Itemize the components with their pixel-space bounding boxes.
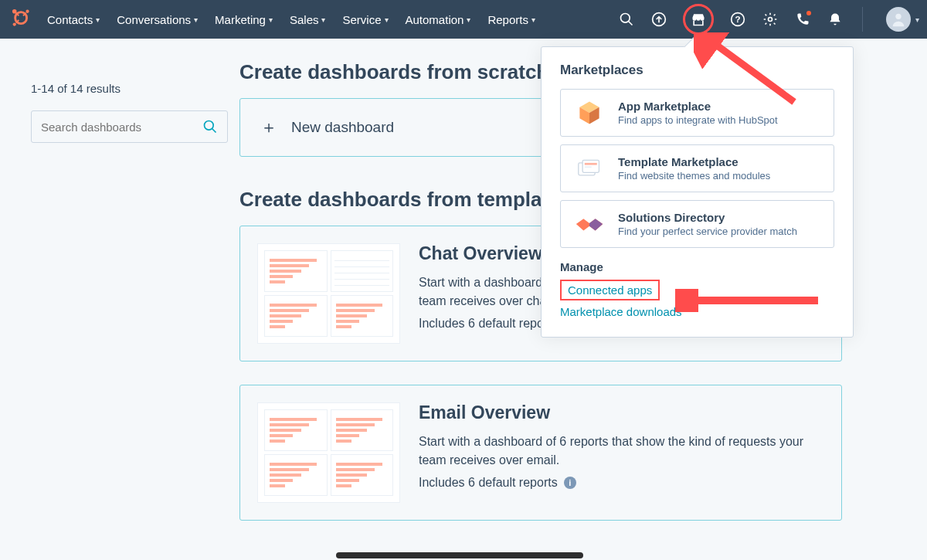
- dropdown-card-title: Solutions Directory: [618, 211, 797, 224]
- nav-item-automation[interactable]: Automation▾: [406, 13, 471, 26]
- plus-icon: ＋: [260, 116, 277, 139]
- svg-rect-22: [585, 166, 592, 168]
- svg-point-14: [205, 121, 214, 131]
- template-meta: Includes 6 default reports i: [419, 476, 824, 490]
- chevron-down-icon: ▾: [385, 15, 389, 24]
- dropdown-heading: Marketplaces: [560, 63, 834, 78]
- sidebar: 1-14 of 14 results: [15, 60, 239, 544]
- template-thumbnail: [257, 243, 400, 344]
- nav-item-contacts[interactable]: Contacts▾: [47, 13, 100, 26]
- template-meta-text: Includes 6 default reports: [419, 317, 558, 331]
- svg-point-2: [25, 10, 29, 13]
- template-meta-text: Includes 6 default reports: [419, 476, 558, 490]
- top-navbar: Contacts▾ Conversations▾ Marketing▾ Sale…: [0, 0, 927, 39]
- template-card-email-overview[interactable]: Email Overview Start with a dashboard of…: [239, 385, 842, 521]
- nav-item-service[interactable]: Service▾: [342, 13, 388, 26]
- nav-label: Automation: [406, 13, 464, 26]
- chevron-down-icon: ▾: [321, 15, 325, 24]
- dropdown-card-solutions-directory[interactable]: Solutions Directory Find your perfect se…: [560, 200, 834, 248]
- search-icon[interactable]: [618, 11, 635, 28]
- marketplace-dropdown: Marketplaces App Marketplace Find apps t…: [541, 46, 854, 338]
- calling-icon[interactable]: [794, 11, 811, 28]
- hubspot-logo-icon[interactable]: [12, 8, 33, 30]
- nav-label: Conversations: [117, 13, 191, 26]
- handshake-icon: [573, 210, 606, 238]
- template-desc: Start with a dashboard of 6 reports that…: [419, 433, 824, 470]
- dropdown-card-desc: Find website themes and modules: [618, 170, 770, 182]
- templates-icon: [573, 154, 606, 182]
- chevron-down-icon: ▾: [96, 15, 100, 24]
- nav-label: Marketing: [215, 13, 266, 26]
- template-thumbnail: [257, 402, 400, 503]
- notification-dot-icon: [805, 9, 813, 17]
- search-dashboards-input[interactable]: [41, 120, 202, 134]
- box-icon: [573, 99, 606, 127]
- chevron-down-icon: ▾: [467, 15, 470, 24]
- template-card-body: Email Overview Start with a dashboard of…: [419, 402, 824, 503]
- dropdown-card-title: Template Marketplace: [618, 155, 770, 168]
- nav-item-marketing[interactable]: Marketing▾: [215, 13, 273, 26]
- nav-label: Reports: [487, 13, 528, 26]
- dropdown-link-connected-apps[interactable]: Connected apps: [560, 280, 660, 300]
- chevron-down-icon: ▾: [194, 15, 198, 24]
- nav-label: Sales: [290, 13, 319, 26]
- svg-line-15: [212, 129, 216, 133]
- marketplace-icon[interactable]: [683, 4, 714, 35]
- new-dashboard-label: New dashboard: [291, 119, 394, 136]
- settings-icon[interactable]: [762, 11, 779, 28]
- avatar-icon: [886, 7, 911, 32]
- notifications-icon[interactable]: [827, 11, 844, 28]
- svg-point-7: [621, 14, 630, 23]
- nav-label: Contacts: [47, 13, 93, 26]
- info-icon[interactable]: i: [564, 477, 576, 489]
- chevron-down-icon: ▾: [269, 15, 273, 24]
- svg-rect-21: [585, 163, 597, 165]
- nav-item-reports[interactable]: Reports▾: [487, 13, 535, 26]
- upgrade-icon[interactable]: [650, 11, 667, 28]
- dropdown-card-desc: Find apps to integrate with HubSpot: [618, 114, 778, 126]
- result-count: 1-14 of 14 results: [31, 82, 224, 95]
- nav-label: Service: [342, 13, 381, 26]
- chevron-down-icon: ▾: [531, 15, 535, 24]
- dropdown-card-template-marketplace[interactable]: Template Marketplace Find website themes…: [560, 144, 834, 192]
- nav-item-sales[interactable]: Sales▾: [290, 13, 326, 26]
- dropdown-link-marketplace-downloads[interactable]: Marketplace downloads: [560, 304, 834, 320]
- search-dashboards-field[interactable]: [31, 110, 228, 143]
- help-icon[interactable]: ?: [729, 11, 746, 28]
- nav-items: Contacts▾ Conversations▾ Marketing▾ Sale…: [47, 13, 535, 26]
- svg-text:?: ?: [735, 14, 740, 24]
- horizontal-scrollbar[interactable]: [336, 552, 583, 558]
- svg-point-3: [13, 22, 16, 25]
- nav-right: ? ▾: [618, 4, 919, 35]
- dropdown-card-app-marketplace[interactable]: App Marketplace Find apps to integrate w…: [560, 89, 834, 137]
- chevron-down-icon: ▾: [915, 15, 919, 24]
- dropdown-card-desc: Find your perfect service provider match: [618, 226, 797, 237]
- svg-rect-20: [582, 160, 599, 172]
- search-icon: [202, 119, 218, 134]
- account-menu[interactable]: ▾: [862, 7, 919, 32]
- dropdown-card-title: App Marketplace: [618, 100, 778, 113]
- svg-point-13: [895, 14, 901, 19]
- svg-line-8: [629, 22, 633, 25]
- template-title: Email Overview: [419, 402, 824, 423]
- svg-point-12: [769, 18, 772, 22]
- nav-item-conversations[interactable]: Conversations▾: [117, 13, 198, 26]
- dropdown-manage-heading: Manage: [560, 260, 834, 273]
